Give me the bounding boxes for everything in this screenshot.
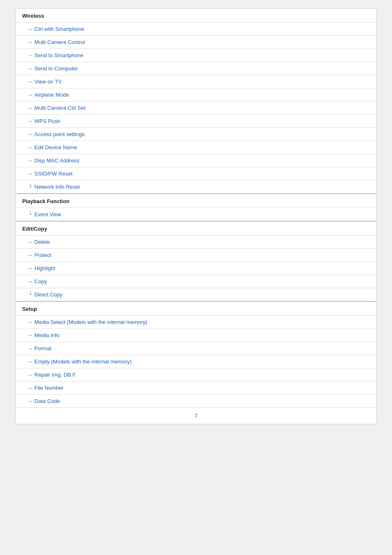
- menu-link-wps-push[interactable]: WPS Push: [35, 118, 60, 124]
- tree-prefix-multi-camera-control: –: [29, 39, 32, 45]
- tree-prefix-delete: –: [29, 239, 32, 245]
- menu-link-data-code[interactable]: Data Code: [35, 398, 60, 404]
- menu-link-multi-camera-ctrl-set[interactable]: Multi Camera Ctrl Set: [35, 105, 85, 111]
- tree-prefix-direct-copy: └: [29, 291, 32, 298]
- menu-link-highlight[interactable]: Highlight: [35, 265, 55, 271]
- menu-item-data-code: –Data Code: [16, 394, 376, 407]
- menu-item-copy: –Copy: [16, 275, 376, 288]
- menu-link-access-point-settings[interactable]: Access point settings: [35, 131, 85, 137]
- section-header-playback-function: Playback Function: [16, 194, 376, 208]
- tree-prefix-wps-push: –: [29, 118, 32, 124]
- menu-link-repair-img-db-f[interactable]: Repair Img. DB F.: [35, 372, 77, 378]
- menu-link-delete[interactable]: Delete: [35, 239, 50, 245]
- menu-item-empty: –Empty (Models with the internal memory): [16, 355, 376, 368]
- section-wireless: Wireless–Ctrl with Smartphone–Multi Came…: [16, 9, 376, 193]
- page-container: Wireless–Ctrl with Smartphone–Multi Came…: [15, 8, 377, 424]
- tree-prefix-network-info-reset: └: [29, 184, 32, 190]
- menu-link-media-info[interactable]: Media Info: [35, 332, 60, 338]
- menu-item-edit-device-name: –Edit Device Name: [16, 141, 376, 154]
- section-edit-copy: Edit/Copy–Delete–Protect–Highlight–Copy└…: [16, 221, 376, 301]
- tree-prefix-airplane-mode: –: [29, 92, 32, 98]
- page-number: 7: [194, 413, 197, 419]
- section-header-wireless: Wireless: [16, 9, 376, 22]
- menu-item-disp-mac-address: –Disp MAC Address: [16, 154, 376, 167]
- tree-prefix-file-number: –: [29, 385, 32, 391]
- section-header-setup: Setup: [16, 302, 376, 315]
- menu-link-edit-device-name[interactable]: Edit Device Name: [35, 144, 77, 150]
- menu-link-direct-copy[interactable]: Direct Copy: [35, 291, 62, 298]
- menu-link-airplane-mode[interactable]: Airplane Mode: [35, 92, 69, 98]
- tree-prefix-empty: –: [29, 358, 32, 365]
- tree-prefix-ssid-pw-reset: –: [29, 171, 32, 177]
- tree-prefix-format: –: [29, 345, 32, 352]
- menu-item-delete: –Delete: [16, 235, 376, 248]
- tree-prefix-multi-camera-ctrl-set: –: [29, 105, 32, 111]
- menu-link-send-to-smartphone[interactable]: Send to Smartphone: [35, 52, 83, 58]
- menu-link-protect[interactable]: Protect: [35, 252, 51, 258]
- menu-item-multi-camera-ctrl-set: –Multi Camera Ctrl Set: [16, 101, 376, 114]
- tree-prefix-repair-img-db-f: –: [29, 372, 32, 378]
- tree-prefix-access-point-settings: –: [29, 131, 32, 137]
- menu-link-format[interactable]: Format: [35, 345, 51, 352]
- menu-link-ssid-pw-reset[interactable]: SSID/PW Reset: [35, 171, 72, 177]
- menu-item-media-select: –Media Select (Models with the internal …: [16, 315, 376, 328]
- menu-link-event-view[interactable]: Event View: [35, 211, 61, 217]
- menu-item-highlight: –Highlight: [16, 261, 376, 275]
- menu-link-file-number[interactable]: File Number: [35, 385, 64, 391]
- menu-link-disp-mac-address[interactable]: Disp MAC Address: [35, 157, 79, 164]
- tree-prefix-view-on-tv: –: [29, 79, 32, 85]
- menu-item-ctrl-with-smartphone: –Ctrl with Smartphone: [16, 22, 376, 35]
- menu-item-ssid-pw-reset: –SSID/PW Reset: [16, 167, 376, 180]
- menu-item-airplane-mode: –Airplane Mode: [16, 88, 376, 101]
- tree-prefix-event-view: └: [29, 211, 32, 217]
- menu-item-protect: –Protect: [16, 248, 376, 261]
- tree-prefix-media-select: –: [29, 319, 32, 325]
- menu-item-file-number: –File Number: [16, 381, 376, 394]
- menu-link-empty[interactable]: Empty (Models with the internal memory): [35, 358, 131, 365]
- menu-link-media-select[interactable]: Media Select (Models with the internal m…: [35, 319, 148, 325]
- menu-item-send-to-smartphone: –Send to Smartphone: [16, 49, 376, 62]
- menu-link-copy[interactable]: Copy: [35, 278, 47, 284]
- menu-item-view-on-tv: –View on TV: [16, 75, 376, 88]
- tree-prefix-send-to-smartphone: –: [29, 52, 32, 58]
- page-footer: 7: [16, 407, 376, 424]
- menu-item-send-to-computer: –Send to Computer: [16, 62, 376, 75]
- menu-item-event-view: └Event View: [16, 208, 376, 221]
- menu-item-access-point-settings: –Access point settings: [16, 127, 376, 141]
- menu-link-send-to-computer[interactable]: Send to Computer: [35, 65, 78, 72]
- menu-item-wps-push: –WPS Push: [16, 114, 376, 127]
- tree-prefix-data-code: –: [29, 398, 32, 404]
- tree-prefix-send-to-computer: –: [29, 65, 32, 72]
- section-playback-function: Playback Function└Event View: [16, 193, 376, 221]
- menu-link-network-info-reset[interactable]: Network Info Reset: [35, 184, 80, 190]
- menu-link-ctrl-with-smartphone[interactable]: Ctrl with Smartphone: [35, 26, 84, 32]
- menu-item-direct-copy: └Direct Copy: [16, 288, 376, 301]
- menu-item-repair-img-db-f: –Repair Img. DB F.: [16, 368, 376, 381]
- menu-link-view-on-tv[interactable]: View on TV: [35, 79, 62, 85]
- section-header-edit-copy: Edit/Copy: [16, 222, 376, 235]
- menu-item-multi-camera-control: –Multi Camera Control: [16, 35, 376, 49]
- section-setup: Setup–Media Select (Models with the inte…: [16, 301, 376, 407]
- tree-prefix-highlight: –: [29, 265, 32, 271]
- menu-item-network-info-reset: └Network Info Reset: [16, 180, 376, 193]
- tree-prefix-disp-mac-address: –: [29, 157, 32, 164]
- tree-prefix-edit-device-name: –: [29, 144, 32, 150]
- tree-prefix-copy: –: [29, 278, 32, 284]
- menu-link-multi-camera-control[interactable]: Multi Camera Control: [35, 39, 85, 45]
- tree-prefix-media-info: –: [29, 332, 32, 338]
- menu-item-format: –Format: [16, 342, 376, 355]
- tree-prefix-protect: –: [29, 252, 32, 258]
- tree-prefix-ctrl-with-smartphone: –: [29, 26, 32, 32]
- menu-item-media-info: –Media Info: [16, 328, 376, 342]
- sections-container: Wireless–Ctrl with Smartphone–Multi Came…: [16, 9, 376, 407]
